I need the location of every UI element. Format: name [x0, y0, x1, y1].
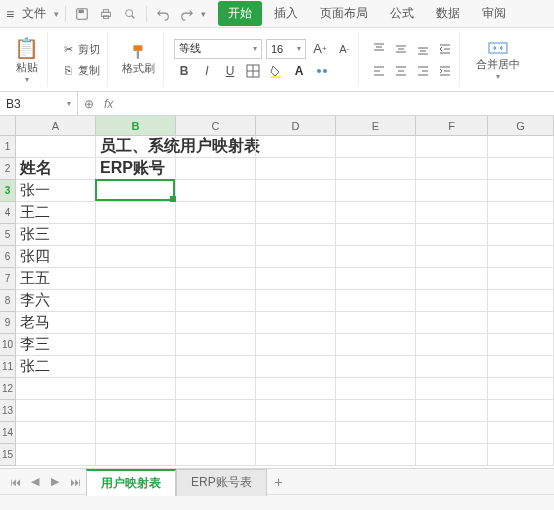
cell[interactable]: 王五 — [16, 268, 96, 290]
cell[interactable] — [488, 202, 554, 224]
cell[interactable]: ERP账号 — [96, 158, 176, 180]
cell[interactable] — [256, 378, 336, 400]
cell[interactable] — [16, 400, 96, 422]
cell[interactable]: 张一 — [16, 180, 96, 202]
ribbon-tab-3[interactable]: 公式 — [380, 1, 424, 26]
cell[interactable] — [488, 422, 554, 444]
cell[interactable] — [488, 290, 554, 312]
row-header[interactable]: 6 — [0, 246, 16, 268]
redo-icon[interactable] — [177, 7, 197, 21]
cell[interactable] — [416, 180, 488, 202]
row-header[interactable]: 15 — [0, 444, 16, 466]
bold-button[interactable]: B — [174, 61, 194, 81]
cell[interactable] — [176, 224, 256, 246]
cell[interactable] — [96, 422, 176, 444]
font-color-button[interactable]: A — [289, 61, 309, 81]
decrease-font-button[interactable]: A- — [334, 39, 354, 59]
cell[interactable] — [336, 334, 416, 356]
cell[interactable]: 李三 — [16, 334, 96, 356]
cell[interactable] — [416, 246, 488, 268]
tab-next-icon[interactable]: ▶ — [46, 473, 64, 491]
cell[interactable]: 王二 — [16, 202, 96, 224]
cell[interactable] — [256, 246, 336, 268]
sheet-tab[interactable]: 用户映射表 — [86, 469, 176, 496]
cell[interactable] — [96, 334, 176, 356]
cell[interactable] — [488, 334, 554, 356]
font-size-select[interactable]: 16 ▾ — [266, 39, 306, 59]
row-header[interactable]: 2 — [0, 158, 16, 180]
copy-button[interactable]: ⎘ 复制 — [58, 61, 103, 80]
cell[interactable]: 老马 — [16, 312, 96, 334]
cell[interactable] — [336, 268, 416, 290]
increase-font-button[interactable]: A+ — [310, 39, 330, 59]
cell[interactable]: 李六 — [16, 290, 96, 312]
indent-decrease-button[interactable] — [435, 39, 455, 59]
cell[interactable] — [416, 268, 488, 290]
cell[interactable] — [336, 136, 416, 158]
cell[interactable] — [416, 312, 488, 334]
cell[interactable] — [176, 312, 256, 334]
paste-button[interactable]: 📋 粘贴 ▾ — [10, 34, 43, 86]
cell[interactable] — [256, 158, 336, 180]
cell[interactable] — [256, 356, 336, 378]
row-header[interactable]: 14 — [0, 422, 16, 444]
cell[interactable] — [176, 356, 256, 378]
cell[interactable] — [16, 136, 96, 158]
cell[interactable] — [336, 444, 416, 466]
cell[interactable] — [256, 422, 336, 444]
cell[interactable] — [96, 290, 176, 312]
cell[interactable]: 张三 — [16, 224, 96, 246]
tab-first-icon[interactable]: ⏮ — [6, 473, 24, 491]
row-header[interactable]: 4 — [0, 202, 16, 224]
preview-icon[interactable] — [120, 7, 140, 21]
cut-button[interactable]: ✂ 剪切 — [58, 40, 103, 59]
function-wizard-icon[interactable]: ⊕ — [78, 97, 100, 111]
cell[interactable] — [96, 378, 176, 400]
cell[interactable] — [488, 158, 554, 180]
cell[interactable] — [176, 136, 256, 158]
row-header[interactable]: 11 — [0, 356, 16, 378]
row-header[interactable]: 5 — [0, 224, 16, 246]
format-painter-button[interactable]: 格式刷 — [118, 41, 159, 78]
effects-button[interactable] — [312, 61, 332, 81]
column-header[interactable]: F — [416, 116, 488, 136]
cell[interactable] — [176, 444, 256, 466]
cell[interactable] — [416, 136, 488, 158]
cell[interactable] — [488, 312, 554, 334]
row-header[interactable]: 13 — [0, 400, 16, 422]
cell[interactable] — [176, 290, 256, 312]
row-header[interactable]: 1 — [0, 136, 16, 158]
cell[interactable] — [176, 334, 256, 356]
cell[interactable] — [16, 422, 96, 444]
cell[interactable] — [96, 202, 176, 224]
cell[interactable] — [256, 400, 336, 422]
font-name-select[interactable]: 等线 ▾ — [174, 39, 262, 59]
row-header[interactable]: 9 — [0, 312, 16, 334]
cell[interactable] — [488, 224, 554, 246]
cell[interactable] — [96, 268, 176, 290]
cell[interactable] — [96, 224, 176, 246]
column-header[interactable]: D — [256, 116, 336, 136]
ribbon-tab-2[interactable]: 页面布局 — [310, 1, 378, 26]
formula-input[interactable] — [117, 92, 554, 115]
cell[interactable] — [256, 224, 336, 246]
column-header[interactable]: B — [96, 116, 176, 136]
cell[interactable] — [488, 356, 554, 378]
select-all-corner[interactable] — [0, 116, 16, 136]
align-center-button[interactable] — [391, 61, 411, 81]
cell[interactable] — [16, 378, 96, 400]
cell[interactable] — [176, 202, 256, 224]
row-header[interactable]: 7 — [0, 268, 16, 290]
cell[interactable] — [96, 246, 176, 268]
cell[interactable] — [488, 136, 554, 158]
underline-button[interactable]: U — [220, 61, 240, 81]
merge-center-button[interactable]: 合并居中 ▾ — [470, 37, 526, 83]
hamburger-icon[interactable]: ≡ — [6, 6, 14, 22]
cell[interactable] — [176, 400, 256, 422]
cell[interactable] — [416, 400, 488, 422]
indent-increase-button[interactable] — [435, 61, 455, 81]
cell[interactable] — [256, 268, 336, 290]
cell[interactable]: 张二 — [16, 356, 96, 378]
print-icon[interactable] — [96, 7, 116, 21]
tab-prev-icon[interactable]: ◀ — [26, 473, 44, 491]
